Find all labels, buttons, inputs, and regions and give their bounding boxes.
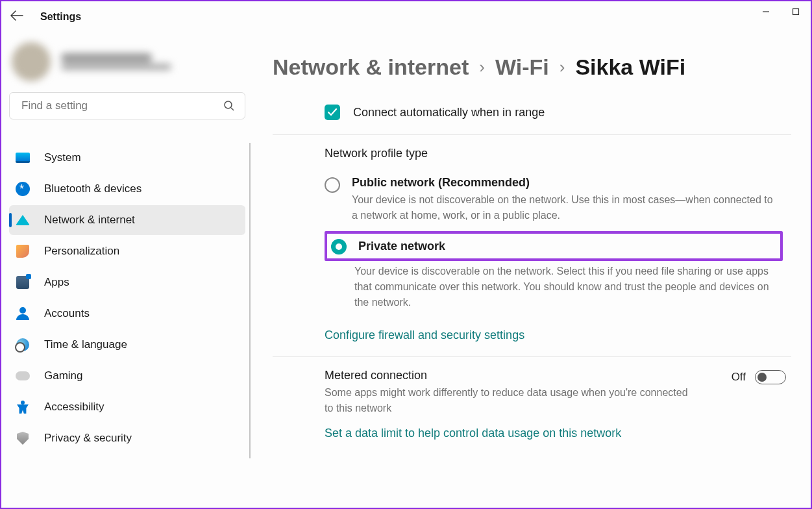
sidebar-item-personalization[interactable]: Personalization [9,236,245,266]
svg-line-3 [231,108,234,110]
avatar [12,42,51,81]
sidebar-item-label: Accessibility [44,401,105,414]
sidebar-item-label: Accounts [44,307,90,320]
account-block[interactable] [9,32,245,91]
sidebar-item-label: Time & language [44,338,127,351]
breadcrumb: Network & internet › Wi-Fi › Sikka WiFi [273,55,791,80]
nav: System Bluetooth & devices Network & int… [9,143,245,453]
chevron-right-icon: › [560,57,565,77]
metered-title: Metered connection [325,369,688,382]
sidebar-item-privacy[interactable]: Privacy & security [9,423,245,453]
radio-public-row: Public network (Recommended) Your device… [325,171,791,231]
window-controls [751,1,811,22]
data-limit-link[interactable]: Set a data limit to help control data us… [325,427,791,440]
firewall-settings-link[interactable]: Configure firewall and security settings [325,329,791,342]
breadcrumb-level2[interactable]: Wi-Fi [495,55,549,80]
titlebar: Settings [1,1,811,32]
sidebar-item-label: Personalization [44,245,119,258]
accessibility-icon [16,400,30,414]
sidebar-item-accounts[interactable]: Accounts [9,299,245,329]
search-input[interactable] [9,92,245,119]
sidebar-item-label: Network & internet [44,214,135,227]
svg-point-2 [225,101,232,108]
sidebar-item-accessibility[interactable]: Accessibility [9,392,245,422]
radio-private[interactable] [331,239,347,255]
radio-private-row: Private network Your device is discovera… [325,231,791,318]
breadcrumb-current: Sikka WiFi [575,55,685,80]
svg-rect-1 [793,9,799,15]
radio-private-title: Private network [358,240,445,253]
gamepad-icon [16,369,30,383]
sidebar-item-gaming[interactable]: Gaming [9,361,245,391]
search-wrap [9,92,245,119]
person-icon [16,306,30,321]
metered-section: Metered connection Some apps might work … [273,357,791,454]
radio-private-desc: Your device is discoverable on the netwo… [354,264,783,310]
bluetooth-icon [16,182,30,196]
maximize-button[interactable] [781,1,811,22]
app-title: Settings [40,11,81,23]
shield-icon [16,431,30,445]
search-icon [223,100,235,114]
sidebar: System Bluetooth & devices Network & int… [1,32,253,508]
metered-desc: Some apps might work differently to redu… [325,385,688,416]
minimize-button[interactable] [751,1,781,22]
highlight-annotation: Private network [325,231,783,261]
sidebar-item-label: Privacy & security [44,432,132,445]
wifi-icon [16,213,30,227]
account-name [61,53,152,62]
breadcrumb-level1[interactable]: Network & internet [273,55,469,80]
sidebar-item-label: Gaming [44,369,83,382]
sidebar-item-system[interactable]: System [9,143,245,173]
auto-connect-checkbox[interactable] [325,105,340,120]
content: Network & internet › Wi-Fi › Sikka WiFi … [253,32,811,508]
metered-toggle-label: Off [732,371,746,384]
back-button[interactable] [10,10,23,23]
auto-connect-section: Connect automatically when in range [273,93,791,135]
network-profile-section: Network profile type Public network (Rec… [273,135,791,357]
radio-public[interactable] [325,177,340,193]
globe-clock-icon [16,338,30,352]
metered-toggle[interactable] [755,370,786,384]
sidebar-item-network[interactable]: Network & internet [9,205,245,235]
sidebar-item-time-language[interactable]: Time & language [9,330,245,360]
sidebar-item-label: Apps [44,276,69,289]
system-icon [16,151,30,165]
radio-public-title: Public network (Recommended) [352,176,780,190]
brush-icon [16,244,30,258]
sidebar-item-label: Bluetooth & devices [44,182,141,195]
auto-connect-label: Connect automatically when in range [353,106,545,119]
sidebar-item-label: System [44,151,81,164]
account-email [61,64,171,70]
sidebar-item-apps[interactable]: Apps [9,267,245,297]
chevron-right-icon: › [479,57,485,77]
nav-scrollbar[interactable] [249,143,251,458]
sidebar-item-bluetooth[interactable]: Bluetooth & devices [9,174,245,204]
apps-icon [16,275,30,290]
radio-public-desc: Your device is not discoverable on the n… [352,192,780,223]
section-heading: Network profile type [325,147,791,160]
